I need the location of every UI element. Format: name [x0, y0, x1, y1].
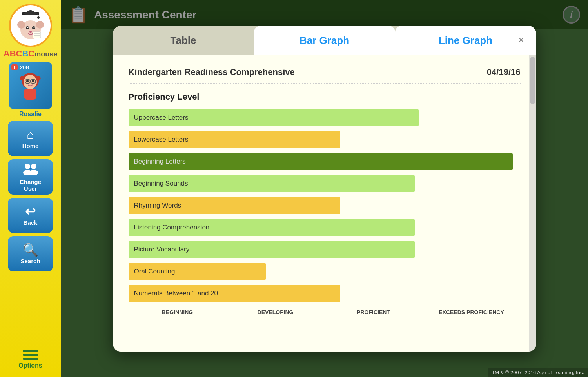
proficiency-level-label: Proficiency Level [129, 92, 521, 102]
tabs-row: Table Bar Graph Line Graph [113, 26, 536, 55]
mascot-icon [13, 8, 48, 43]
svg-point-9 [27, 27, 28, 28]
bar-uppercase-letters: Uppercase Letters [129, 109, 419, 126]
bar-row: Lowercase Letters [129, 131, 521, 148]
chart-header: Kindergarten Readiness Comprehensive 04/… [129, 63, 521, 84]
ticket-count: 208 [20, 64, 29, 71]
home-button[interactable]: ⌂ Home [8, 121, 53, 156]
bar-listening-comprehension: Listening Comprehension [129, 219, 415, 236]
back-label: Back [24, 219, 38, 226]
chart-date: 04/19/16 [487, 67, 521, 77]
back-icon: ↩ [25, 205, 36, 218]
svg-point-5 [17, 21, 25, 29]
bar-row: Uppercase Letters [129, 109, 521, 126]
bar-row: Beginning Letters [129, 153, 521, 170]
bar-row: Oral Counting [129, 263, 521, 280]
bar-lowercase-letters: Lowercase Letters [129, 131, 340, 148]
modal-overlay: Table Bar Graph Line Graph × Kindergarte… [61, 0, 588, 377]
svg-point-28 [29, 170, 38, 175]
x-axis-label: EXCEEDS PROFICIENCY [423, 309, 521, 315]
bar-chart: Uppercase LettersLowercase LettersBeginn… [129, 109, 521, 302]
bar-row: Listening Comprehension [129, 219, 521, 236]
modal-dialog: Table Bar Graph Line Graph × Kindergarte… [113, 26, 536, 352]
svg-point-10 [33, 27, 34, 28]
tab-bar-graph[interactable]: Bar Graph [254, 26, 395, 55]
back-button[interactable]: ↩ Back [8, 198, 53, 233]
scrollbar[interactable] [529, 55, 536, 352]
footer: TM & © 2007–2016 Age of Learning, Inc. [488, 368, 588, 377]
x-axis: BEGINNINGDEVELOPINGPROFICIENTEXCEEDS PRO… [129, 309, 521, 315]
options-button[interactable]: Options [18, 350, 42, 369]
sidebar: ABCBCmouse T 208 Rosalie [0, 0, 61, 377]
footer-text: TM & © 2007–2016 Age of Learning, Inc. [492, 370, 584, 375]
bar-oral-counting: Oral Counting [129, 263, 266, 280]
bar-picture-vocabulary: Picture Vocabulary [129, 241, 415, 258]
logo-area: ABCBCmouse [5, 4, 56, 59]
svg-point-17 [26, 80, 29, 82]
home-label: Home [22, 142, 39, 149]
svg-rect-24 [24, 89, 36, 100]
svg-point-25 [25, 164, 30, 169]
svg-point-3 [37, 16, 40, 19]
tab-table[interactable]: Table [113, 26, 254, 55]
change-user-button[interactable]: ChangeUser [8, 159, 53, 195]
x-axis-label: BEGINNING [129, 309, 227, 315]
x-axis-label: PROFICIENT [325, 309, 423, 315]
bar-beginning-sounds: Beginning Sounds [129, 175, 415, 192]
x-axis-label: DEVELOPING [227, 309, 325, 315]
svg-rect-12 [33, 32, 41, 38]
change-user-label: ChangeUser [20, 178, 41, 192]
bar-rhyming-words: Rhyming Words [129, 197, 340, 214]
bar-row: Beginning Sounds [129, 175, 521, 192]
close-button[interactable]: × [514, 33, 528, 47]
avatar-icon [18, 71, 43, 100]
bar-numerals-between-1-and-20: Numerals Between 1 and 20 [129, 285, 340, 302]
svg-point-27 [31, 164, 36, 169]
chart-title: Kindergarten Readiness Comprehensive [129, 67, 295, 77]
search-icon: 🔍 [23, 244, 38, 256]
search-label: Search [20, 258, 40, 264]
bar-row: Numerals Between 1 and 20 [129, 285, 521, 302]
modal-content: Kindergarten Readiness Comprehensive 04/… [113, 55, 536, 352]
ticket-badge: T [11, 64, 18, 70]
bar-row: Picture Vocabulary [129, 241, 521, 258]
main-area: 📋 Assessment Center i Table Bar Graph Li… [61, 0, 588, 377]
svg-point-18 [32, 80, 34, 82]
bar-row: Rhyming Words [129, 197, 521, 214]
change-user-icon [23, 162, 38, 177]
username-label: Rosalie [19, 111, 42, 118]
svg-point-6 [36, 21, 44, 29]
user-avatar[interactable]: T 208 [9, 62, 52, 109]
bar-beginning-letters: Beginning Letters [129, 153, 513, 170]
svg-point-11 [29, 31, 32, 33]
abc-logo-text: ABCBCmouse [4, 49, 57, 59]
logo-circle [9, 4, 52, 47]
scrollbar-thumb [530, 57, 535, 104]
options-label: Options [18, 362, 42, 369]
search-button[interactable]: 🔍 Search [8, 236, 53, 271]
home-icon: ⌂ [27, 128, 34, 141]
hamburger-icon [23, 350, 38, 360]
